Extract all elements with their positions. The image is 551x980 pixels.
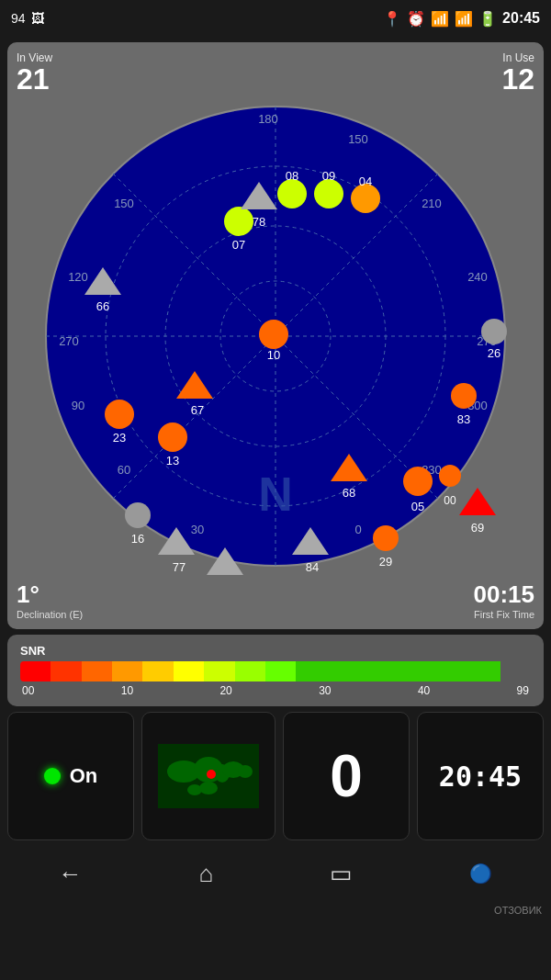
svg-point-64 (125, 502, 151, 528)
svg-point-62 (481, 319, 507, 344)
snr-bar (20, 661, 531, 681)
map-button[interactable] (141, 712, 276, 840)
battery-icon: 🔋 (478, 10, 497, 28)
svg-text:90: 90 (72, 399, 84, 412)
svg-point-28 (314, 179, 343, 208)
svg-text:120: 120 (68, 270, 88, 284)
svg-text:16: 16 (131, 532, 144, 546)
svg-text:69: 69 (471, 521, 484, 535)
counter-button[interactable]: 0 (283, 712, 410, 840)
snr-red (20, 661, 51, 681)
clock-display: 20:45 (502, 10, 540, 27)
svg-point-40 (259, 320, 288, 349)
snr-num-30: 30 (319, 684, 331, 697)
svg-text:150: 150 (114, 197, 134, 210)
wifi-icon: 📶 (431, 10, 449, 28)
svg-point-26 (277, 179, 307, 208)
svg-point-74 (207, 770, 216, 779)
svg-text:23: 23 (113, 431, 126, 445)
snr-num-00: 00 (22, 684, 34, 697)
svg-point-73 (199, 782, 218, 794)
menu-button[interactable]: 🔵 (469, 862, 492, 884)
on-label: On (70, 764, 98, 788)
world-map-svg (158, 744, 259, 808)
snr-num-10: 10 (121, 684, 133, 697)
status-right: 📍 ⏰ 📶 📶 🔋 20:45 (383, 10, 540, 28)
time-value: 20:45 (439, 760, 522, 793)
svg-point-24 (224, 207, 253, 236)
svg-text:13: 13 (166, 454, 179, 467)
snr-yellow-orange (142, 661, 173, 681)
signal-icon: 📶 (455, 10, 473, 28)
image-icon: 🖼 (31, 11, 44, 26)
svg-text:270: 270 (59, 334, 79, 348)
alarm-icon: ⏰ (407, 10, 425, 28)
time-button[interactable]: 20:45 (417, 712, 544, 840)
home-button[interactable]: ⌂ (199, 860, 214, 888)
in-use-section: In Use 12 (501, 51, 534, 94)
in-use-value: 12 (501, 64, 534, 94)
snr-light-green (235, 661, 265, 681)
location-icon: 📍 (383, 10, 401, 28)
svg-text:68: 68 (343, 486, 355, 500)
declination-section: 1° Declination (E) (17, 580, 83, 620)
svg-point-50 (439, 465, 461, 487)
snr-num-99: 99 (517, 684, 529, 697)
svg-point-60 (451, 383, 477, 409)
svg-text:67: 67 (191, 403, 204, 417)
svg-text:60: 60 (118, 463, 130, 477)
snr-num-20: 20 (219, 684, 231, 697)
svg-point-48 (403, 467, 433, 496)
green-indicator (44, 768, 61, 784)
svg-text:77: 77 (173, 560, 186, 574)
svg-marker-52 (459, 488, 496, 515)
back-button[interactable]: ← (59, 860, 83, 888)
counter-value: 0 (330, 747, 363, 805)
status-bar: 94 🖼 📍 ⏰ 📶 📶 🔋 20:45 (0, 0, 551, 37)
in-view-section: In View 21 (17, 51, 52, 94)
first-fix-section: 00:15 First Fix Time (474, 580, 535, 620)
svg-text:210: 210 (422, 197, 442, 210)
in-view-value: 21 (17, 64, 52, 94)
declination-value: 1° (17, 580, 83, 609)
radar-display: 180 150 210 240 270 300 330 0 30 60 90 2… (37, 97, 514, 575)
nav-bar: ← ⌂ ▭ 🔵 (0, 846, 551, 901)
snr-yellow (174, 661, 204, 681)
snr-green-light (265, 661, 296, 681)
snr-yellow-green (204, 661, 234, 681)
snr-label: SNR (20, 644, 531, 658)
svg-text:150: 150 (348, 132, 368, 146)
svg-text:180: 180 (258, 112, 278, 126)
snr-panel: SNR 00 10 20 30 40 99 (7, 635, 544, 706)
first-fix-label: First Fix Time (474, 609, 535, 620)
snr-orange-dark (51, 661, 81, 681)
in-use-label: In Use (501, 51, 534, 64)
svg-point-71 (238, 765, 253, 778)
watermark: ОТЗОВИК (494, 905, 542, 916)
svg-text:N: N (258, 467, 293, 521)
declination-label: Declination (E) (17, 609, 83, 620)
svg-text:05: 05 (411, 500, 424, 513)
svg-point-44 (105, 400, 134, 429)
first-fix-value: 00:15 (474, 580, 535, 609)
svg-text:240: 240 (467, 270, 488, 284)
svg-text:66: 66 (96, 299, 109, 313)
svg-text:10: 10 (267, 348, 280, 362)
radar-footer: 1° Declination (E) 00:15 First Fix Time (17, 580, 534, 620)
svg-text:08: 08 (286, 169, 298, 183)
svg-text:00: 00 (444, 494, 456, 507)
on-button[interactable]: On (7, 712, 134, 840)
snr-num-40: 40 (418, 684, 430, 697)
recent-button[interactable]: ▭ (330, 860, 353, 888)
svg-text:83: 83 (457, 412, 470, 426)
radar-header: In View 21 In Use 12 (17, 51, 534, 94)
radar-svg: 180 150 210 240 270 300 330 0 30 60 90 2… (37, 97, 514, 575)
svg-text:07: 07 (232, 238, 245, 252)
svg-point-42 (158, 422, 187, 452)
svg-text:29: 29 (379, 555, 392, 569)
bottom-buttons: On 0 20:45 (7, 712, 544, 840)
snr-orange-light (112, 661, 142, 681)
signal-strength: 94 (11, 11, 26, 26)
svg-text:26: 26 (488, 346, 500, 360)
svg-text:0: 0 (354, 523, 361, 536)
